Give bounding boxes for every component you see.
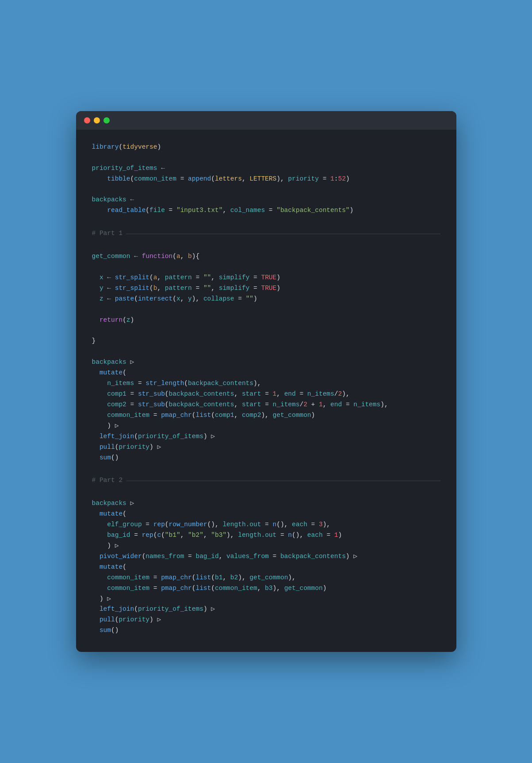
code-line: priority_of_items ← xyxy=(92,163,440,174)
part1-divider: # Part 1 xyxy=(92,228,440,239)
code-line: left_join(priority_of_items) ▷ xyxy=(92,432,440,442)
code-line: mutate( xyxy=(92,562,440,573)
titlebar xyxy=(76,111,456,130)
part1-comment: # Part 1 xyxy=(92,228,123,239)
code-line: n_items = str_length(backpack_contents), xyxy=(92,378,440,389)
code-line: backpacks ← xyxy=(92,195,440,205)
code-line: left_join(priority_of_items) ▷ xyxy=(92,604,440,615)
code-line: get_common ← function(a, b){ xyxy=(92,251,440,262)
code-line: common_item = pmap_chr(list(common_item,… xyxy=(92,583,440,594)
maximize-button[interactable] xyxy=(103,117,110,123)
close-button[interactable] xyxy=(84,117,90,123)
code-line: library(tidyverse) xyxy=(92,142,440,153)
code-line: ) ▷ xyxy=(92,541,440,551)
code-line: sum() xyxy=(92,453,440,463)
code-line: sum() xyxy=(92,625,440,636)
code-line: bag_id = rep(c("b1", "b2", "b3"), length… xyxy=(92,530,440,541)
divider xyxy=(126,234,440,234)
code-line: pull(priority) ▷ xyxy=(92,615,440,625)
code-line: common_item = pmap_chr(list(b1, b2), get… xyxy=(92,573,440,583)
code-line: ) ▷ xyxy=(92,594,440,605)
divider xyxy=(126,481,440,481)
code-editor: library(tidyverse) priority_of_items ← t… xyxy=(76,130,456,652)
minimize-button[interactable] xyxy=(94,117,100,123)
code-line: comp1 = str_sub(backpack_contents, start… xyxy=(92,389,440,400)
code-line: elf_group = rep(row_number(), length.out… xyxy=(92,520,440,530)
code-line: common_item = pmap_chr(list(comp1, comp2… xyxy=(92,410,440,421)
code-line: ) ▷ xyxy=(92,421,440,432)
code-line: tibble(common_item = append(letters, LET… xyxy=(92,174,440,185)
code-line: } xyxy=(92,336,440,347)
part2-comment: # Part 2 xyxy=(92,475,123,486)
part2-divider: # Part 2 xyxy=(92,475,440,486)
code-line: y ← str_split(b, pattern = "", simplify … xyxy=(92,283,440,294)
code-line: z ← paste(intersect(x, y), collapse = ""… xyxy=(92,294,440,304)
code-line: x ← str_split(a, pattern = "", simplify … xyxy=(92,273,440,283)
code-line: mutate( xyxy=(92,509,440,520)
code-line: read_table(file = "input3.txt", col_name… xyxy=(92,205,440,216)
code-line: pull(priority) ▷ xyxy=(92,442,440,453)
code-line: backpacks ▷ xyxy=(92,498,440,509)
code-line: mutate( xyxy=(92,368,440,378)
code-line: comp2 = str_sub(backpack_contents, start… xyxy=(92,400,440,410)
code-line: pivot_wider(names_from = bag_id, values_… xyxy=(92,551,440,562)
code-window: library(tidyverse) priority_of_items ← t… xyxy=(76,111,456,652)
code-line: return(z) xyxy=(92,315,440,326)
code-line: backpacks ▷ xyxy=(92,357,440,368)
